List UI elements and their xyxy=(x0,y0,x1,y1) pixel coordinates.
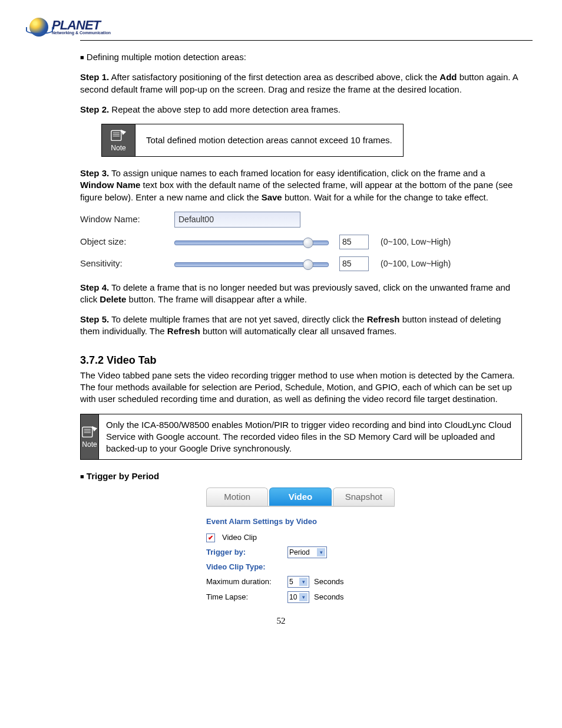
trigger-by-row: Trigger by: Period ▾ xyxy=(206,546,395,558)
step-4: Step 4. To delete a frame that is no lon… xyxy=(80,282,521,306)
time-lapse-row: Time Lapse: 10 ▾ Seconds xyxy=(206,591,395,603)
bullet-icon: ■ xyxy=(80,473,84,480)
trigger-by-select[interactable]: Period ▾ xyxy=(287,546,327,558)
note-icon-cell: Note xyxy=(102,124,135,156)
step-4-label: Step 4. xyxy=(80,282,109,292)
max-duration-select[interactable]: 5 ▾ xyxy=(287,576,309,588)
logo-text-block: PLANET Networking & Communication xyxy=(52,19,111,35)
intro-text: Defining multiple motion detection areas… xyxy=(87,52,246,62)
step-5: Step 5. To delete multiple frames that a… xyxy=(80,314,521,338)
note-box-1: Note Total defined motion detection area… xyxy=(101,124,404,157)
step-3-bold-window: Window Name xyxy=(80,180,140,190)
intro-line: ■ Defining multiple motion detection are… xyxy=(80,51,521,63)
time-lapse-label: Time Lapse: xyxy=(206,592,283,602)
note-1-text: Total defined motion detection areas can… xyxy=(135,124,403,156)
tab-motion[interactable]: Motion xyxy=(206,487,268,506)
step-1-label: Step 1. xyxy=(80,72,109,82)
object-size-hint: (0~100, Low~High) xyxy=(381,236,451,248)
step-1-bold-add: Add xyxy=(439,72,457,82)
object-size-row: Object size: 85 (0~100, Low~High) xyxy=(80,235,521,249)
max-duration-value: 5 xyxy=(289,577,297,587)
sensitivity-value[interactable]: 85 xyxy=(339,256,369,271)
figure-window-settings: Window Name: Default00 Object size: 85 (… xyxy=(80,212,521,271)
tab-snapshot[interactable]: Snapshot xyxy=(333,487,395,506)
page-content: ■ Defining multiple motion detection are… xyxy=(80,51,521,603)
tab-video[interactable]: Video xyxy=(269,487,331,506)
sensitivity-label: Sensitivity: xyxy=(80,258,163,269)
sensitivity-hint: (0~100, Low~High) xyxy=(381,258,451,269)
window-name-row: Window Name: Default00 xyxy=(80,212,521,228)
step-3: Step 3. To assign unique names to each f… xyxy=(80,167,521,203)
trigger-heading-text: Trigger by Period xyxy=(87,471,159,481)
tab-bar: Motion Video Snapshot xyxy=(206,487,395,507)
object-size-value[interactable]: 85 xyxy=(339,235,369,249)
logo: PLANET Networking & Communication xyxy=(29,18,533,37)
section-intro-text: The Video tabbed pane sets the video rec… xyxy=(80,370,521,406)
note-box-2: Note Only the ICA-8500/W8500 enables Mot… xyxy=(80,414,522,460)
max-duration-unit: Seconds xyxy=(314,577,344,587)
max-duration-label: Maximum duration: xyxy=(206,577,283,587)
note-2-text: Only the ICA-8500/W8500 enables Motion/P… xyxy=(99,414,521,460)
note-icon xyxy=(110,128,127,142)
step-5-bold-refresh-1: Refresh xyxy=(367,314,400,324)
trigger-by-value: Period xyxy=(289,548,315,557)
sensitivity-row: Sensitivity: 85 (0~100, Low~High) xyxy=(80,256,521,271)
clip-type-row: Video Clip Type: xyxy=(206,562,395,572)
step-3-text-a: To assign unique names to each framed lo… xyxy=(109,168,485,178)
trigger-by-period-heading: ■ Trigger by Period xyxy=(80,470,521,482)
note-icon-cell-2: Note xyxy=(81,414,99,460)
section-heading-video-tab: 3.7.2 Video Tab xyxy=(80,353,521,367)
step-3-bold-save: Save xyxy=(262,192,282,202)
step-2-label: Step 2. xyxy=(80,104,109,114)
time-lapse-unit: Seconds xyxy=(314,592,344,602)
step-5-label: Step 5. xyxy=(80,314,109,324)
chevron-down-icon: ▾ xyxy=(299,593,308,601)
step-5-text-c: button will automatically clear all unsa… xyxy=(200,326,397,336)
note-1-label: Note xyxy=(111,143,125,153)
step-3-text-c: button. Wait for a while for the change … xyxy=(282,192,488,202)
logo-brand: PLANET xyxy=(52,19,111,31)
trigger-by-label: Trigger by: xyxy=(206,547,283,558)
header-separator xyxy=(80,40,533,41)
step-3-label: Step 3. xyxy=(80,168,109,178)
step-4-bold-delete: Delete xyxy=(100,294,126,304)
time-lapse-value: 10 xyxy=(289,592,297,602)
window-name-input[interactable]: Default00 xyxy=(174,212,300,228)
video-clip-label: Video Clip xyxy=(222,532,257,543)
step-5-text-a: To delete multiple frames that are not y… xyxy=(109,314,366,324)
bullet-icon: ■ xyxy=(80,54,84,61)
object-size-slider[interactable] xyxy=(174,238,328,246)
step-4-text-b: button. The frame will disappear after a… xyxy=(126,294,307,304)
logo-globe-icon xyxy=(29,18,48,37)
note-icon xyxy=(81,424,98,439)
video-clip-checkbox[interactable]: ✔ xyxy=(206,533,215,542)
svg-rect-0 xyxy=(111,131,121,141)
svg-rect-4 xyxy=(82,427,92,437)
step-5-bold-refresh-2: Refresh xyxy=(167,326,200,336)
logo-tagline: Networking & Communication xyxy=(52,31,111,35)
time-lapse-select[interactable]: 10 ▾ xyxy=(287,591,309,603)
panel-title: Event Alarm Settings by Video xyxy=(206,516,395,527)
clip-type-label: Video Clip Type: xyxy=(206,562,283,572)
step-1-text-a: After satisfactory positioning of the fi… xyxy=(109,72,439,82)
step-2: Step 2. Repeat the above step to add mor… xyxy=(80,104,521,116)
step-1: Step 1. After satisfactory positioning o… xyxy=(80,71,521,95)
step-2-text: Repeat the above step to add more detect… xyxy=(109,104,340,114)
figure-video-panel: Motion Video Snapshot Event Alarm Settin… xyxy=(206,487,395,603)
chevron-down-icon: ▾ xyxy=(299,578,308,586)
note-2-label: Note xyxy=(82,440,97,449)
max-duration-row: Maximum duration: 5 ▾ Seconds xyxy=(206,576,395,588)
chevron-down-icon: ▾ xyxy=(317,548,325,556)
sensitivity-slider[interactable] xyxy=(174,259,328,268)
page-number: 52 xyxy=(29,616,533,626)
object-size-label: Object size: xyxy=(80,236,163,248)
window-name-label: Window Name: xyxy=(80,213,163,225)
video-clip-row: ✔ Video Clip xyxy=(206,532,395,543)
